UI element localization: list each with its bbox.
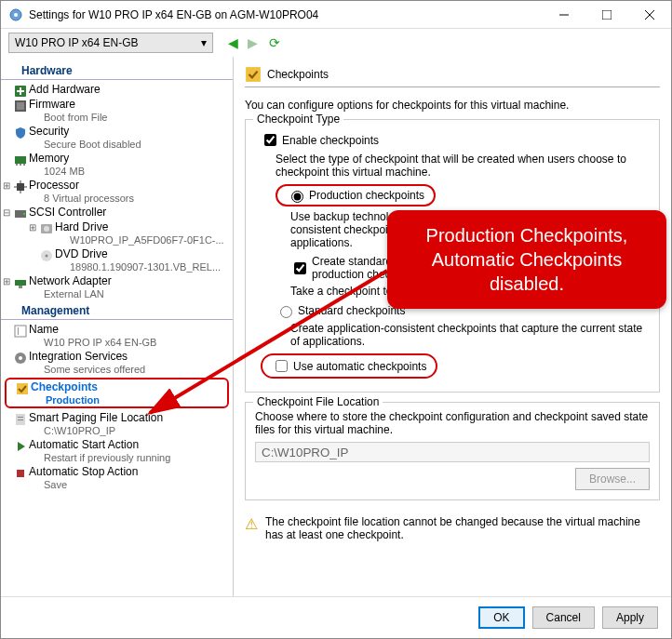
svg-rect-37 xyxy=(17,470,24,477)
sidebar-item-name[interactable]: IName xyxy=(1,322,233,337)
svg-marker-36 xyxy=(18,442,25,451)
svg-point-1 xyxy=(14,13,18,17)
svg-rect-26 xyxy=(15,280,26,286)
sidebar-item-memory[interactable]: Memory xyxy=(1,151,233,166)
svg-rect-3 xyxy=(602,10,612,20)
nav-back-button[interactable]: ◀ xyxy=(228,35,238,50)
svg-rect-38 xyxy=(246,67,261,82)
sidebar-item-firmware[interactable]: Firmware xyxy=(1,97,233,112)
sidebar-selection-highlight: Checkpoints Production xyxy=(5,378,229,408)
sidebar-item-scsi[interactable]: ⊟SCSI Controller xyxy=(1,205,233,220)
svg-point-21 xyxy=(23,213,25,215)
sidebar-sub-dvd-drive: 18980.1.190907-1301.VB_REL... xyxy=(1,260,233,273)
sidebar-sub-start-action: Restart if previously running xyxy=(1,451,233,464)
auto-highlight: Use automatic checkpoints xyxy=(261,353,437,379)
auto-checkpoints-row[interactable]: Use automatic checkpoints xyxy=(261,353,650,379)
svg-point-25 xyxy=(46,254,48,257)
sidebar-sub-paging: C:\W10PRO_IP xyxy=(1,424,233,437)
group-file-location: Checkpoint File Location Choose where to… xyxy=(245,402,660,500)
ok-button[interactable]: OK xyxy=(478,606,524,629)
sidebar-sub-checkpoints: Production xyxy=(7,393,227,406)
warning-row: ⚠ The checkpoint file location cannot be… xyxy=(245,515,660,541)
sidebar-section-management: Management xyxy=(1,302,233,320)
warning-text: The checkpoint file location cannot be c… xyxy=(265,515,660,541)
expand-icon[interactable]: ⊞ xyxy=(3,276,10,286)
minimize-button[interactable] xyxy=(543,1,585,28)
chevron-down-icon: ▾ xyxy=(201,36,207,49)
close-button[interactable] xyxy=(628,1,671,28)
svg-rect-15 xyxy=(17,183,24,191)
sidebar-sub-memory: 1024 MB xyxy=(1,165,233,178)
browse-button[interactable]: Browse... xyxy=(575,468,650,490)
collapse-icon[interactable]: ⊟ xyxy=(3,207,10,218)
sidebar-item-hard-drive[interactable]: ⊞Hard Drive xyxy=(1,220,233,234)
type-desc: Select the type of checkpoint that will … xyxy=(276,153,650,179)
sidebar-item-stop-action[interactable]: Automatic Stop Action xyxy=(1,464,233,479)
svg-rect-34 xyxy=(18,417,23,418)
location-path-input[interactable] xyxy=(255,442,650,462)
sidebar-sub-firmware: Boot from File xyxy=(1,111,233,124)
group-title-type: Checkpoint Type xyxy=(253,113,343,126)
location-desc: Choose where to store the checkpoint con… xyxy=(255,410,650,436)
cancel-button[interactable]: Cancel xyxy=(532,606,595,629)
svg-rect-35 xyxy=(18,419,23,420)
panel-intro: You can configure options for checkpoint… xyxy=(245,99,660,112)
production-highlight: Production checkpoints xyxy=(276,184,436,206)
warning-icon: ⚠ xyxy=(245,515,258,541)
svg-point-31 xyxy=(19,356,22,360)
sidebar[interactable]: Hardware Add Hardware Firmware Boot from… xyxy=(1,57,234,596)
sidebar-sub-processor: 8 Virtual processors xyxy=(1,192,233,205)
expand-icon[interactable]: ⊞ xyxy=(29,222,36,233)
vm-selector-text: W10 PRO IP x64 EN-GB xyxy=(15,36,139,49)
enable-checkpoints-row[interactable]: Enable checkpoints xyxy=(261,131,650,149)
sidebar-item-dvd-drive[interactable]: DVD Drive xyxy=(1,246,233,261)
sidebar-sub-integration: Some services offered xyxy=(1,363,233,376)
title-bar[interactable]: Settings for W10 PRO IP x64 EN-GB on AGM… xyxy=(1,1,671,29)
sidebar-sub-network: External LAN xyxy=(1,287,233,300)
sidebar-item-checkpoints[interactable]: Checkpoints xyxy=(7,379,227,394)
svg-rect-11 xyxy=(15,156,26,164)
standard-desc: Create application-consistent checkpoint… xyxy=(290,322,650,348)
annotation-callout: Production Checkpoints, Automatic Checkp… xyxy=(387,210,666,309)
settings-icon xyxy=(8,7,23,22)
content-panel: Checkpoints You can configure options fo… xyxy=(234,57,671,596)
enable-checkpoints-checkbox[interactable] xyxy=(264,134,276,146)
sidebar-item-integration[interactable]: Integration Services xyxy=(1,349,233,364)
auto-checkpoints-checkbox[interactable] xyxy=(276,360,288,372)
expand-icon[interactable]: ⊞ xyxy=(3,180,10,191)
sidebar-sub-stop-action: Save xyxy=(1,478,233,491)
svg-rect-10 xyxy=(17,102,24,110)
maximize-button[interactable] xyxy=(585,1,628,28)
sidebar-item-paging[interactable]: Smart Paging File Location xyxy=(1,410,233,425)
group-title-location: Checkpoint File Location xyxy=(253,395,383,408)
panel-header: Checkpoints xyxy=(245,64,660,87)
apply-button[interactable]: Apply xyxy=(602,606,658,629)
reload-button[interactable]: ⟳ xyxy=(269,35,280,50)
sidebar-sub-security: Secure Boot disabled xyxy=(1,138,233,151)
standard-radio[interactable] xyxy=(280,306,292,318)
nav-forward-button[interactable]: ▶ xyxy=(248,35,258,50)
dialog-footer: OK Cancel Apply xyxy=(1,596,671,638)
sidebar-sub-hard-drive: W10PRO_IP_A5FD06F7-0F1C-... xyxy=(1,233,233,246)
sidebar-item-add-hardware[interactable]: Add Hardware xyxy=(1,82,233,97)
svg-point-23 xyxy=(44,226,49,232)
sidebar-item-processor[interactable]: ⊞Processor xyxy=(1,178,233,193)
sidebar-section-hardware: Hardware xyxy=(1,62,233,80)
window-title: Settings for W10 PRO IP x64 EN-GB on AGM… xyxy=(29,8,543,21)
create-standard-checkbox[interactable] xyxy=(294,262,306,274)
sidebar-item-start-action[interactable]: Automatic Start Action xyxy=(1,437,233,452)
sidebar-sub-name: W10 PRO IP x64 EN-GB xyxy=(1,336,233,349)
toolbar: W10 PRO IP x64 EN-GB ▾ ◀ ▶ ⟳ xyxy=(1,29,671,57)
vm-selector[interactable]: W10 PRO IP x64 EN-GB ▾ xyxy=(8,33,213,53)
window-controls xyxy=(543,1,671,28)
production-radio[interactable] xyxy=(291,191,303,203)
sidebar-item-network[interactable]: ⊞Network Adapter xyxy=(1,273,233,288)
production-row[interactable]: Production checkpoints xyxy=(276,184,650,206)
sidebar-item-security[interactable]: Security xyxy=(1,124,233,139)
checkpoints-icon xyxy=(245,66,262,83)
panel-title-text: Checkpoints xyxy=(267,68,329,81)
